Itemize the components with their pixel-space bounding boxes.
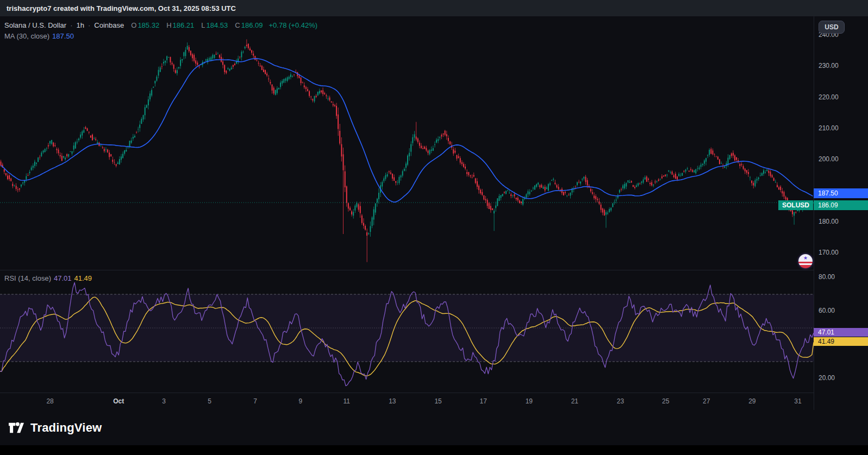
flag-ball-watermark-icon: ★ xyxy=(798,254,813,268)
time-axis[interactable]: 28Oct35791113151719212325272931 xyxy=(0,393,814,410)
currency-button[interactable]: USD xyxy=(819,21,845,34)
symbol-interval[interactable]: 1h xyxy=(77,21,84,29)
time-axis-label: 25 xyxy=(662,397,669,405)
tradingview-snapshot: trishacrypto7 created with TradingView.c… xyxy=(0,0,868,455)
rsi-axis-label: 20.00 xyxy=(819,374,835,382)
tradingview-logo[interactable]: TradingView xyxy=(0,410,868,445)
rsi-axis-label: 60.00 xyxy=(819,306,835,315)
time-axis-label: 29 xyxy=(748,397,755,405)
rsi-legend-row: RSI (14, close) 47.01 41.49 xyxy=(4,273,92,283)
time-axis-label: 5 xyxy=(208,397,211,405)
time-axis-label: Oct xyxy=(113,397,124,405)
bottom-strip xyxy=(0,445,868,455)
time-axis-label: 11 xyxy=(343,397,349,405)
chart-panes: Solana / U.S. Dollar · 1h · Coinbase O18… xyxy=(0,16,814,410)
separator-dot: · xyxy=(70,21,72,29)
symbol-title[interactable]: Solana / U.S. Dollar xyxy=(4,21,66,29)
price-change: +0.78 (+0.42%) xyxy=(268,21,317,29)
time-axis-label: 3 xyxy=(162,397,166,405)
rsi-indicator-value: 47.01 xyxy=(54,274,72,282)
time-axis-label: 23 xyxy=(617,397,624,405)
symbol-row: Solana / U.S. Dollar · 1h · Coinbase O18… xyxy=(4,20,317,30)
time-axis-label: 21 xyxy=(571,397,578,405)
time-axis-label: 17 xyxy=(480,397,487,405)
price-axis-label: 230.00 xyxy=(819,61,839,70)
rsi-legend: RSI (14, close) 47.01 41.49 xyxy=(4,273,92,283)
ohlc-close: C186.09 xyxy=(235,21,263,29)
rsi-axis-label: 80.00 xyxy=(819,273,835,281)
attribution-bar: trishacrypto7 created with TradingView.c… xyxy=(0,0,868,16)
time-axis-label: 19 xyxy=(526,397,533,405)
symbol-exchange[interactable]: Coinbase xyxy=(94,21,124,29)
chart-root: Solana / U.S. Dollar · 1h · Coinbase O18… xyxy=(0,16,868,410)
time-axis-label: 28 xyxy=(46,397,53,405)
ma-indicator-label[interactable]: MA (30, close) xyxy=(4,32,49,40)
time-axis-label: 7 xyxy=(253,397,257,405)
symbol-legend: Solana / U.S. Dollar · 1h · Coinbase O18… xyxy=(4,20,317,41)
ma-indicator-value: 187.50 xyxy=(52,32,74,40)
price-pane: Solana / U.S. Dollar · 1h · Coinbase O18… xyxy=(0,16,814,270)
ohlc-high: H186.21 xyxy=(166,21,194,29)
tradingview-logo-icon xyxy=(8,419,25,437)
rsi-ma-indicator-value: 41.49 xyxy=(74,274,92,282)
price-axis-label: 170.00 xyxy=(819,248,839,257)
price-axis-label: 200.00 xyxy=(819,155,839,163)
attribution-text: trishacrypto7 created with TradingView.c… xyxy=(7,4,236,12)
time-axis-label: 27 xyxy=(703,397,710,405)
price-chart-canvas[interactable] xyxy=(0,16,814,270)
rsi-chart-canvas[interactable] xyxy=(0,270,814,393)
time-axis-label: 9 xyxy=(298,397,302,405)
rsi-indicator-label[interactable]: RSI (14, close) xyxy=(4,274,51,282)
price-axis-label: 210.00 xyxy=(819,124,839,132)
ohlc-open: O185.32 xyxy=(131,21,159,29)
price-axis-label: 180.00 xyxy=(819,217,839,226)
ma-legend-row: MA (30, close) 187.50 xyxy=(4,30,317,41)
tradingview-logo-text: TradingView xyxy=(30,421,102,435)
price-axis-label: 220.00 xyxy=(819,93,839,102)
rsi-pane: RSI (14, close) 47.01 41.49 xyxy=(0,270,814,393)
separator-dot: · xyxy=(88,21,90,29)
ohlc-low: L184.53 xyxy=(201,21,228,29)
time-axis-label: 31 xyxy=(794,397,801,405)
time-axis-label: 13 xyxy=(389,397,396,405)
price-scale[interactable]: USD 240.00230.00220.00210.00200.00180.00… xyxy=(814,16,868,410)
time-axis-label: 15 xyxy=(434,397,441,405)
